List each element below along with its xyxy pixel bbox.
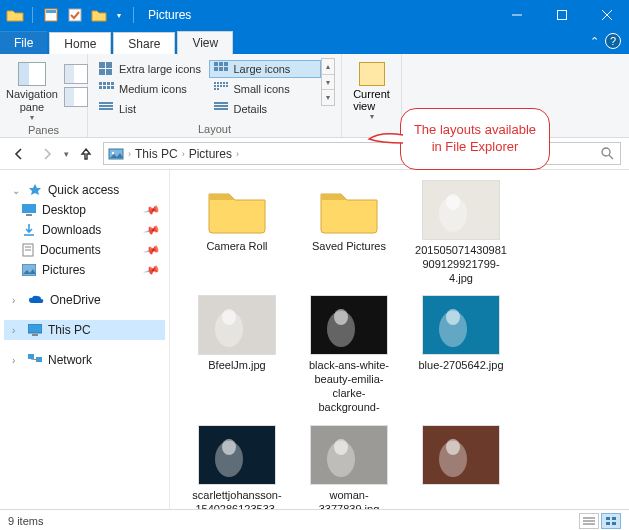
- image-file-item[interactable]: 201505071430981909129921799­4.jpg: [414, 180, 508, 285]
- breadcrumb-this-pc[interactable]: This PC: [135, 147, 178, 161]
- image-file-item[interactable]: black-ans-white-beauty-emilia-clarke-bac…: [302, 295, 396, 415]
- svg-rect-2: [69, 9, 81, 21]
- svg-rect-18: [28, 324, 42, 333]
- view-switcher: [579, 513, 621, 529]
- content-area: ⌄ Quick access Desktop📌 Downloads📌 Docum…: [0, 170, 629, 509]
- svg-point-8: [112, 151, 114, 153]
- image-file-item[interactable]: woman-3377839.jpg: [302, 425, 396, 509]
- svg-rect-11: [22, 204, 36, 213]
- history-dropdown-icon[interactable]: ▾: [64, 149, 69, 159]
- image-file-item[interactable]: [414, 425, 508, 509]
- layout-small-icons[interactable]: Small icons: [209, 80, 322, 98]
- downloads-icon: [22, 223, 36, 237]
- chevron-right-icon[interactable]: ›: [182, 149, 185, 159]
- svg-point-28: [222, 309, 236, 325]
- details-pane-button[interactable]: [64, 87, 88, 107]
- ribbon-group-layout: Extra large icons Large icons Medium ico…: [88, 54, 342, 137]
- sidebar-item-documents[interactable]: Documents📌: [4, 240, 165, 260]
- pictures-icon: [22, 264, 36, 276]
- sidebar-network[interactable]: › Network: [4, 350, 165, 370]
- sidebar-item-downloads[interactable]: Downloads📌: [4, 220, 165, 240]
- folder-item[interactable]: Saved Pictures: [302, 180, 396, 285]
- svg-point-31: [334, 309, 348, 325]
- file-name-label: scarlettjohansson-1540286123533-7846.jpg: [190, 489, 284, 509]
- maximize-button[interactable]: [539, 0, 584, 30]
- image-thumb: [198, 425, 276, 485]
- image-file-item[interactable]: BfeelJm.jpg: [190, 295, 284, 415]
- qat-properties-icon[interactable]: [41, 5, 61, 25]
- view-large-icons-button[interactable]: [601, 513, 621, 529]
- back-button[interactable]: [8, 143, 30, 165]
- minimize-button[interactable]: [494, 0, 539, 30]
- sidebar-item-pictures[interactable]: Pictures📌: [4, 260, 165, 280]
- layout-gallery-scroll[interactable]: ▴▾▾: [321, 58, 335, 106]
- close-button[interactable]: [584, 0, 629, 30]
- pin-icon: 📌: [143, 261, 162, 279]
- image-thumb: [422, 425, 500, 485]
- window-title: Pictures: [138, 8, 494, 22]
- svg-rect-49: [606, 522, 610, 525]
- file-name-label: blue-2705642.jpg: [418, 359, 503, 373]
- help-icon[interactable]: ?: [605, 33, 621, 49]
- folder-item[interactable]: Camera Roll: [190, 180, 284, 285]
- tab-home[interactable]: Home: [49, 32, 111, 55]
- chevron-right-icon: ›: [12, 295, 22, 306]
- file-name-label: woman-3377839.jpg: [302, 489, 396, 509]
- chevron-right-icon: ›: [12, 355, 22, 366]
- current-view-button[interactable]: Current view ▾: [348, 58, 395, 121]
- breadcrumb-pictures[interactable]: Pictures: [189, 147, 232, 161]
- file-view[interactable]: Camera RollSaved Pictures201505071430981…: [170, 170, 629, 509]
- ribbon-collapse-icon[interactable]: ⌃: [590, 35, 599, 48]
- layout-large-icons[interactable]: Large icons: [209, 60, 322, 78]
- sidebar-onedrive[interactable]: › OneDrive: [4, 290, 165, 310]
- layout-medium-icons[interactable]: Medium icons: [94, 80, 207, 98]
- ribbon-group-panes: Navigation pane ▾ Panes: [0, 54, 88, 137]
- layout-extra-large-icons[interactable]: Extra large icons: [94, 60, 207, 78]
- svg-point-40: [334, 439, 348, 455]
- layout-details[interactable]: Details: [209, 100, 322, 118]
- tab-file[interactable]: File: [0, 31, 47, 54]
- status-bar: 9 items: [0, 509, 629, 530]
- up-button[interactable]: [75, 143, 97, 165]
- breadcrumb[interactable]: › This PC › Pictures › ▾: [103, 142, 445, 165]
- file-name-label: black-ans-white-beauty-emilia-clarke-bac…: [302, 359, 396, 415]
- image-file-item[interactable]: scarlettjohansson-1540286123533-7846.jpg: [190, 425, 284, 509]
- navigation-pane-label: Navigation pane: [6, 88, 58, 113]
- onedrive-icon: [28, 295, 44, 306]
- view-details-button[interactable]: [579, 513, 599, 529]
- svg-point-34: [446, 309, 460, 325]
- file-name-label: Saved Pictures: [312, 240, 386, 254]
- image-thumb: [422, 295, 500, 355]
- image-thumb: [198, 295, 276, 355]
- separator: [32, 7, 33, 23]
- svg-point-37: [222, 439, 236, 455]
- sidebar-this-pc[interactable]: › This PC: [4, 320, 165, 340]
- quick-access-toolbar: ▾: [0, 5, 138, 25]
- image-file-item[interactable]: blue-2705642.jpg: [414, 295, 508, 415]
- forward-button[interactable]: [36, 143, 58, 165]
- desktop-icon: [22, 204, 36, 216]
- star-icon: [28, 183, 42, 197]
- chevron-right-icon[interactable]: ›: [236, 149, 239, 159]
- callout-annotation: The layouts available in File Explorer: [400, 108, 550, 170]
- preview-pane-button[interactable]: [64, 64, 88, 84]
- folder-small-icon[interactable]: [89, 5, 109, 25]
- pin-icon: 📌: [143, 221, 162, 239]
- chevron-right-icon[interactable]: ›: [128, 149, 131, 159]
- ribbon: Navigation pane ▾ Panes Extra large icon…: [0, 54, 629, 138]
- image-thumb: [422, 180, 500, 240]
- sidebar-quick-access[interactable]: ⌄ Quick access: [4, 180, 165, 200]
- folder-thumb-icon: [313, 180, 385, 236]
- svg-rect-50: [612, 522, 616, 525]
- sidebar-item-desktop[interactable]: Desktop📌: [4, 200, 165, 220]
- layout-list[interactable]: List: [94, 100, 207, 118]
- qat-check-icon[interactable]: [65, 5, 85, 25]
- navigation-sidebar: ⌄ Quick access Desktop📌 Downloads📌 Docum…: [0, 170, 170, 509]
- tab-share[interactable]: Share: [113, 32, 175, 55]
- svg-rect-17: [22, 264, 36, 276]
- monitor-icon: [28, 324, 42, 336]
- navigation-pane-button[interactable]: Navigation pane ▾: [6, 62, 58, 122]
- svg-rect-4: [557, 11, 566, 20]
- tab-view[interactable]: View: [177, 31, 233, 55]
- qat-dropdown-icon[interactable]: ▾: [113, 11, 125, 20]
